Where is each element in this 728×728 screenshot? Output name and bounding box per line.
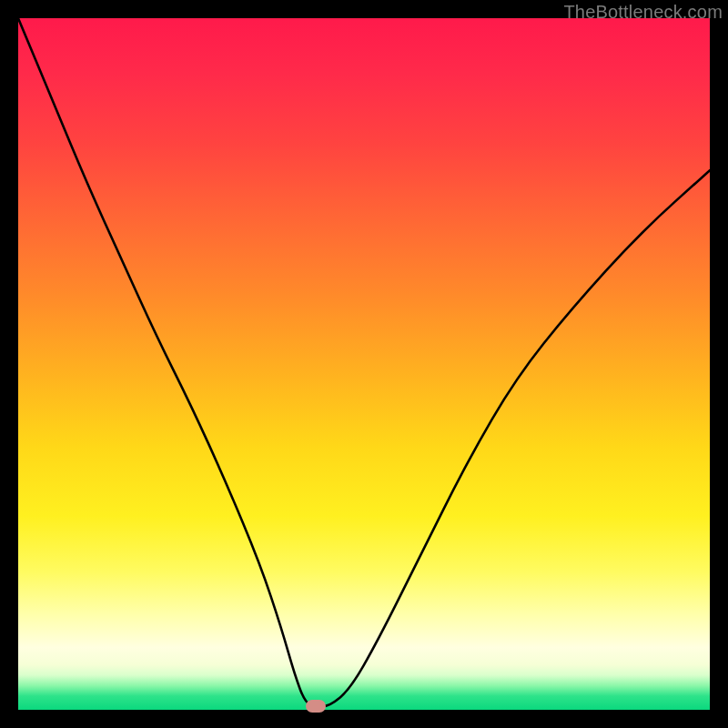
curve-path — [18, 18, 710, 706]
chart-frame: TheBottleneck.com — [0, 0, 728, 728]
plot-area — [18, 18, 710, 710]
curve-svg — [18, 18, 710, 710]
watermark-text: TheBottleneck.com — [563, 2, 723, 23]
vertex-marker — [306, 700, 326, 713]
